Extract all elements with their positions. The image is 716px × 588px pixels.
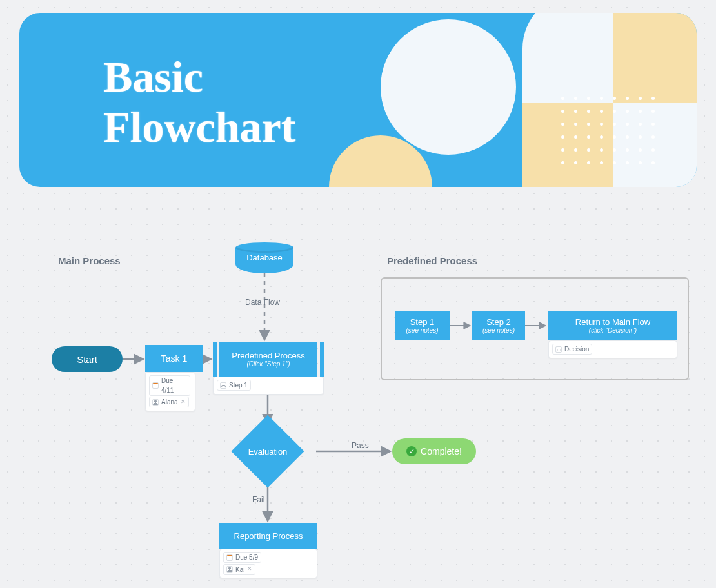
hero-decoration-dotgrid <box>561 97 658 168</box>
link-icon <box>555 346 562 353</box>
node-start-label: Start <box>77 354 97 365</box>
step-2-title: Step 2 <box>472 317 525 327</box>
node-reporting[interactable]: Reporting Process <box>219 523 317 549</box>
node-step-2[interactable]: Step 2 (see notes) <box>472 311 525 340</box>
hero-decoration-quarter-tr <box>613 13 697 103</box>
predefined-link: Step 1 <box>229 380 248 390</box>
step-1-subtitle: (see notes) <box>395 327 450 334</box>
hero-decoration-semicircle <box>381 19 516 155</box>
edge-label-data-flow: Data Flow <box>245 298 280 307</box>
remove-icon[interactable]: ✕ <box>181 398 186 407</box>
return-link: Decision <box>564 344 589 354</box>
node-start[interactable]: Start <box>52 346 123 372</box>
link-icon <box>220 382 226 389</box>
return-subtitle: (click "Decision") <box>548 327 677 334</box>
check-circle-icon: ✓ <box>406 446 417 456</box>
node-reporting-label: Reporting Process <box>234 531 303 541</box>
node-evaluation-label: Evaluation <box>248 447 288 456</box>
remove-icon[interactable]: ✕ <box>247 565 252 574</box>
reporting-due: Due 5/9 <box>235 553 258 562</box>
predefined-subprocess-panel[interactable]: Step 1 (see notes) Step 2 (see notes) Re… <box>381 277 689 380</box>
card-reporting[interactable]: Due 5/9 Kai✕ <box>219 549 317 578</box>
user-icon <box>226 566 233 573</box>
reporting-assignee: Kai <box>235 565 244 574</box>
node-complete-label: Complete! <box>421 446 462 456</box>
node-database[interactable]: Database <box>235 242 293 273</box>
return-title: Return to Main Flow <box>548 317 677 327</box>
hero-banner: Basic Flowchart <box>19 13 697 187</box>
card-task-1[interactable]: Due 4/11 Alana✕ <box>145 372 195 411</box>
diagram-stage[interactable]: Main Process Database Data Flow Start Ta… <box>0 200 716 588</box>
node-database-label: Database <box>235 253 293 262</box>
node-return-main-flow[interactable]: Return to Main Flow (click "Decision") <box>548 311 677 340</box>
task-1-due: Due 4/11 <box>161 376 187 395</box>
node-task-1[interactable]: Task 1 <box>145 345 203 372</box>
card-predefined[interactable]: Step 1 <box>213 377 324 395</box>
step-1-title: Step 1 <box>395 317 450 327</box>
node-predefined-process[interactable]: Predefined Process (Click "Step 1") <box>219 342 317 377</box>
hero-title: Basic Flowchart <box>103 52 295 152</box>
calendar-icon <box>226 554 233 561</box>
node-complete[interactable]: ✓ Complete! <box>392 438 476 464</box>
node-step-1[interactable]: Step 1 (see notes) <box>395 311 450 340</box>
section-title-main-process: Main Process <box>58 255 121 266</box>
node-evaluation[interactable]: Evaluation <box>219 419 316 484</box>
user-icon <box>152 399 159 406</box>
section-title-predefined-process: Predefined Process <box>387 255 477 266</box>
step-2-subtitle: (see notes) <box>472 327 525 334</box>
card-return[interactable]: Decision <box>548 340 677 358</box>
edge-label-pass: Pass <box>352 441 369 450</box>
calendar-icon <box>152 382 159 389</box>
task-1-assignee: Alana <box>161 397 178 407</box>
edge-label-fail: Fail <box>252 495 264 504</box>
node-task-1-label: Task 1 <box>161 353 187 364</box>
node-predefined-title: Predefined Process <box>219 351 317 360</box>
node-predefined-subtitle: (Click "Step 1") <box>219 360 317 368</box>
